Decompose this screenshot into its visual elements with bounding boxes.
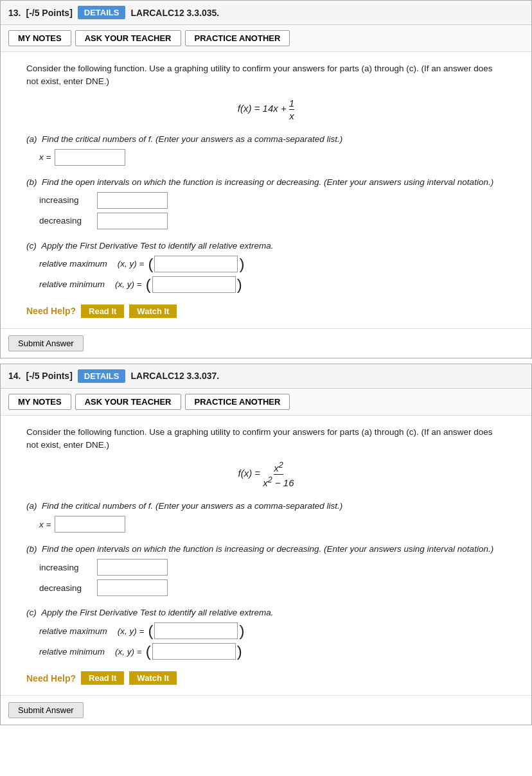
problem-13-submit-row: Submit Answer — [1, 328, 531, 358]
problem-13-rel-max-label: relative maximum — [39, 259, 107, 269]
problem-13-increasing-row: increasing — [39, 192, 506, 209]
problem-14-need-help: Need Help? Read It Watch It — [26, 671, 506, 685]
problem-13-toolbar: MY NOTES ASK YOUR TEACHER PRACTICE ANOTH… — [1, 25, 531, 52]
problem-14-frac-den: x2 − 16 — [263, 475, 294, 488]
problem-13-part-a-label: (a) Find the critical numbers of f. (Ent… — [26, 134, 506, 144]
problem-14-rel-max-input[interactable] — [154, 622, 238, 639]
problem-14-function-label: f(x) = — [238, 468, 263, 479]
problem-13-x-row: x = — [39, 149, 506, 166]
problem-14-rel-min-input[interactable] — [152, 643, 236, 660]
problem-13-rel-min-paren: ( ) — [146, 276, 242, 293]
problem-14-toolbar: MY NOTES ASK YOUR TEACHER PRACTICE ANOTH… — [1, 389, 531, 416]
problem-13-need-help: Need Help? Read It Watch It — [26, 304, 506, 318]
problem-13-body-text: Consider the following function. Use a g… — [26, 62, 506, 89]
problem-13-frac-num: 1 — [289, 98, 294, 110]
problem-13-details-button[interactable]: DETAILS — [78, 6, 126, 19]
problem-14-frac-num: x2 — [274, 461, 283, 475]
problem-14-practice-another-button[interactable]: PRACTICE ANOTHER — [185, 394, 290, 410]
problem-13-watch-it-button[interactable]: Watch It — [129, 304, 177, 318]
problem-14-number: 14. — [8, 371, 21, 381]
problem-14-rel-min-paren: ( ) — [146, 643, 242, 660]
problem-14-x-label: x = — [39, 520, 51, 529]
problem-13-my-notes-button[interactable]: MY NOTES — [8, 30, 71, 46]
problem-13-title: LARCALC12 3.3.035. — [130, 8, 219, 18]
problem-14-part-b-label: (b) Find the open intervals on which the… — [26, 544, 506, 554]
problem-14-fraction: x2 x2 − 16 — [263, 461, 294, 488]
problem-13-decreasing-label: decreasing — [39, 216, 91, 225]
problem-14-rel-max-close-paren: ) — [239, 623, 244, 639]
problem-13-fraction: 1 x — [289, 98, 294, 121]
problem-14-rel-max-paren: ( ) — [148, 622, 244, 639]
problem-13-x-label: x = — [39, 152, 51, 162]
problem-13-submit-button[interactable]: Submit Answer — [8, 335, 84, 351]
problem-13-rel-max-close-paren: ) — [239, 256, 244, 272]
problem-14-decreasing-row: decreasing — [39, 579, 506, 596]
problem-14-part-a-label: (a) Find the critical numbers of f. (Ent… — [26, 501, 506, 511]
problem-13-rel-max-row: relative maximum (x, y) = ( ) — [39, 256, 506, 272]
problem-14-read-it-button[interactable]: Read It — [81, 671, 124, 685]
problem-14-submit-row: Submit Answer — [1, 695, 531, 725]
problem-14-rel-max-row: relative maximum (x, y) = ( ) — [39, 622, 506, 639]
problem-14-decreasing-label: decreasing — [39, 583, 91, 593]
problem-13-need-help-label: Need Help? — [26, 306, 76, 316]
problem-14-watch-it-button[interactable]: Watch It — [129, 671, 177, 685]
problem-13-body: Consider the following function. Use a g… — [1, 52, 531, 328]
problem-13-part-a: (a) Find the critical numbers of f. (Ent… — [26, 134, 506, 166]
problem-13-rel-min-row: relative minimum (x, y) = ( ) — [39, 276, 506, 293]
problem-13-number: 13. — [8, 8, 21, 18]
problem-14-rel-min-label: relative minimum — [39, 647, 105, 657]
problem-14-rel-max-open-paren: ( — [148, 623, 153, 639]
problem-14-body-text: Consider the following function. Use a g… — [26, 426, 506, 452]
problem-13-part-c-label: (c) Apply the First Derivative Test to i… — [26, 241, 506, 251]
problem-14-part-a: (a) Find the critical numbers of f. (Ent… — [26, 501, 506, 533]
problem-13-increasing-input[interactable] — [97, 192, 168, 209]
problem-13-x-input[interactable] — [55, 149, 125, 166]
problem-13-rel-min-xy: (x, y) = — [115, 279, 142, 289]
problem-14-points: [-/5 Points] — [26, 371, 72, 381]
problem-13-header: 13. [-/5 Points] DETAILS LARCALC12 3.3.0… — [1, 1, 531, 25]
problem-14-x-input[interactable] — [55, 516, 125, 533]
problem-14-details-button[interactable]: DETAILS — [78, 369, 126, 383]
problem-13-rel-max-input[interactable] — [154, 256, 238, 272]
problem-14-rel-max-xy: (x, y) = — [118, 626, 145, 636]
problem-13: 13. [-/5 Points] DETAILS LARCALC12 3.3.0… — [0, 0, 532, 358]
problem-14-part-b: (b) Find the open intervals on which the… — [26, 544, 506, 596]
problem-14: 14. [-/5 Points] DETAILS LARCALC12 3.3.0… — [0, 364, 532, 726]
problem-14-title: LARCALC12 3.3.037. — [130, 371, 219, 381]
problem-13-frac-den: x — [289, 110, 294, 121]
problem-14-need-help-label: Need Help? — [26, 673, 76, 683]
problem-14-body: Consider the following function. Use a g… — [1, 416, 531, 696]
problem-14-rel-min-xy: (x, y) = — [115, 647, 142, 657]
problem-14-rel-min-close-paren: ) — [237, 644, 242, 659]
problem-14-header: 14. [-/5 Points] DETAILS LARCALC12 3.3.0… — [1, 364, 531, 389]
problem-14-rel-min-open-paren: ( — [146, 644, 151, 659]
problem-13-rel-min-input[interactable] — [152, 276, 236, 293]
problem-14-part-c: (c) Apply the First Derivative Test to i… — [26, 608, 506, 660]
problem-14-increasing-label: increasing — [39, 563, 91, 572]
problem-13-rel-min-close-paren: ) — [237, 277, 242, 292]
problem-13-increasing-label: increasing — [39, 195, 91, 205]
problem-14-function: f(x) = x2 x2 − 16 — [26, 461, 506, 488]
problem-13-ask-teacher-button[interactable]: ASK YOUR TEACHER — [75, 30, 181, 46]
problem-14-submit-button[interactable]: Submit Answer — [8, 702, 84, 718]
problem-14-rel-max-label: relative maximum — [39, 626, 107, 636]
problem-14-rel-min-row: relative minimum (x, y) = ( ) — [39, 643, 506, 660]
problem-13-part-b-label: (b) Find the open intervals on which the… — [26, 177, 506, 187]
problem-13-decreasing-input[interactable] — [97, 213, 168, 229]
problem-13-part-c: (c) Apply the First Derivative Test to i… — [26, 241, 506, 293]
problem-14-increasing-input[interactable] — [97, 559, 168, 576]
problem-13-rel-max-paren: ( ) — [148, 256, 244, 272]
problem-14-decreasing-input[interactable] — [97, 579, 168, 596]
problem-13-rel-max-open-paren: ( — [148, 256, 153, 272]
problem-14-ask-teacher-button[interactable]: ASK YOUR TEACHER — [75, 394, 181, 410]
problem-13-rel-min-label: relative minimum — [39, 279, 105, 289]
problem-14-my-notes-button[interactable]: MY NOTES — [8, 394, 71, 410]
problem-13-rel-min-open-paren: ( — [146, 277, 151, 292]
problem-13-practice-another-button[interactable]: PRACTICE ANOTHER — [185, 30, 290, 46]
problem-13-function-label: f(x) = 14x + — [238, 103, 289, 114]
problem-14-x-row: x = — [39, 516, 506, 533]
problem-14-part-c-label: (c) Apply the First Derivative Test to i… — [26, 608, 506, 617]
problem-13-read-it-button[interactable]: Read It — [81, 304, 124, 318]
problem-13-decreasing-row: decreasing — [39, 213, 506, 229]
problem-13-points: [-/5 Points] — [26, 8, 72, 18]
